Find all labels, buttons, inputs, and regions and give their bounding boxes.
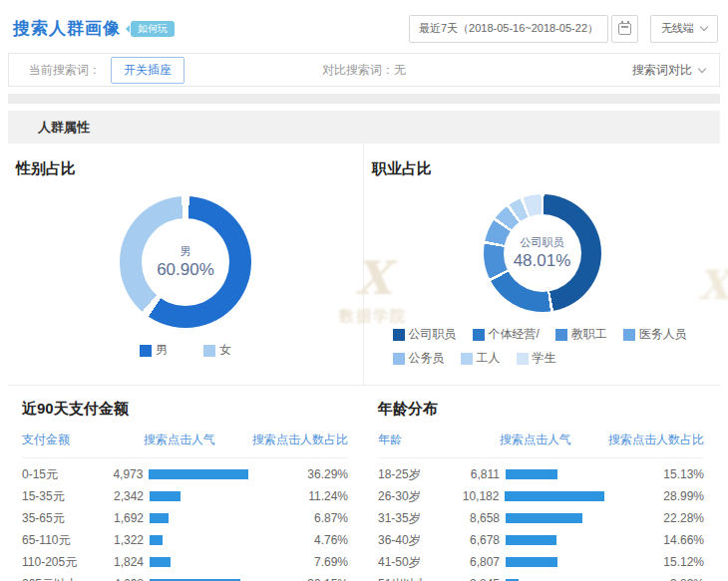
table-row: 36-40岁6,67814.66% — [378, 529, 704, 551]
row-popularity-value: 8,658 — [458, 511, 500, 525]
row-label: 110-205元 — [22, 554, 102, 571]
popularity-bar — [150, 557, 171, 567]
keyword-compare-dropdown[interactable]: 搜索词对比 — [632, 62, 719, 79]
legend-label: 公务员 — [409, 350, 445, 367]
column-header: 搜索点击人气 — [144, 432, 238, 448]
content-area: 性别占比 男 60.90% 男女 职业占比 公司职员 48.01% — [8, 144, 720, 581]
legend-label: 女 — [219, 342, 231, 359]
legend-label: 工人 — [477, 350, 501, 367]
bar-cell — [144, 491, 248, 501]
column-header: 搜索点击人数占比 — [594, 432, 704, 448]
popularity-bar — [150, 535, 163, 545]
row-label: 31-35岁 — [378, 510, 458, 527]
legend-swatch — [140, 345, 152, 357]
popularity-bar — [506, 469, 557, 479]
current-keyword-label: 当前搜索词： — [29, 62, 101, 79]
channel-label: 无线端 — [661, 21, 694, 36]
occupation-center-label: 公司职员 — [521, 235, 564, 250]
bar-cell — [500, 557, 604, 567]
row-percentage: 15.12% — [604, 555, 704, 569]
table-row: 205元以上4,69833.15% — [22, 573, 348, 581]
top-bar: 搜索人群画像 如何玩 最近7天（2018-05-16~2018-05-22） 无… — [0, 0, 728, 44]
legend-swatch — [203, 345, 215, 357]
row-popularity-value: 6,678 — [458, 533, 500, 547]
legend-item[interactable]: 女 — [203, 342, 231, 359]
legend-label: 教职工 — [571, 326, 607, 343]
legend-label: 男 — [156, 342, 168, 359]
popularity-bar — [506, 513, 582, 523]
popularity-bar — [506, 535, 556, 545]
legend-item[interactable]: 个体经营/ — [473, 326, 540, 343]
legend-item[interactable]: 医务人员 — [623, 326, 687, 343]
row-popularity-value: 4,698 — [102, 577, 144, 581]
legend-item[interactable]: 工人 — [461, 350, 501, 367]
popularity-bar — [506, 557, 557, 567]
row-percentage: 14.66% — [604, 533, 704, 547]
table-row: 110-205元1,8247.69% — [22, 551, 348, 573]
gender-chart-title: 性别占比 — [16, 159, 363, 178]
row-label: 41-50岁 — [378, 554, 458, 571]
popularity-bar — [150, 513, 169, 523]
legend-swatch — [517, 353, 529, 365]
legend-swatch — [623, 329, 635, 341]
gender-chart-panel: 性别占比 男 60.90% 男女 — [8, 144, 364, 385]
calendar-button[interactable] — [611, 15, 638, 43]
current-keyword-group: 当前搜索词： 开关插座 — [9, 57, 184, 84]
legend-item[interactable]: 男 — [140, 342, 168, 359]
row-percentage: 7.69% — [248, 555, 348, 569]
bar-cell — [144, 535, 248, 545]
row-percentage: 22.28% — [604, 511, 704, 525]
row-label: 26-30岁 — [378, 488, 458, 505]
popularity-bar — [149, 469, 248, 479]
search-audience-portrait-page: 搜索人群画像 如何玩 最近7天（2018-05-16~2018-05-22） 无… — [0, 0, 728, 581]
legend-swatch — [393, 353, 405, 365]
row-label: 0-15元 — [22, 466, 102, 483]
legend-label: 学生 — [533, 350, 556, 367]
legend-item[interactable]: 教职工 — [555, 326, 607, 343]
table-row: 26-30岁10,18228.99% — [378, 485, 704, 507]
row-popularity-value: 4,973 — [102, 467, 144, 481]
chevron-down-icon — [700, 23, 708, 31]
payment-table-title: 近90天支付金额 — [22, 400, 348, 419]
row-percentage: 28.99% — [604, 489, 704, 503]
legend-item[interactable]: 公务员 — [393, 350, 445, 367]
column-header: 支付金额 — [22, 432, 144, 448]
table-row: 0-15元4,97336.29% — [22, 463, 348, 485]
row-label: 18-25岁 — [378, 466, 458, 483]
bar-cell — [499, 491, 604, 501]
legend-item[interactable]: 公司职员 — [393, 326, 457, 343]
table-row: 18-25岁6,81115.13% — [378, 463, 704, 485]
gender-donut-chart: 男 60.90% — [120, 196, 251, 328]
current-keyword-button[interactable]: 开关插座 — [111, 57, 184, 84]
legend-label: 个体经营/ — [489, 326, 540, 343]
occupation-chart-panel: 职业占比 公司职员 48.01% 公司职员个体经营/教职工医务人员公务员工人学生 — [364, 144, 720, 385]
occupation-donut-center: 公司职员 48.01% — [504, 214, 581, 292]
page-title: 搜索人群画像 — [13, 17, 121, 40]
keyword-compare-label: 搜索词对比 — [632, 62, 692, 79]
age-table-header: 年龄搜索点击人气搜索点击人数占比 — [378, 432, 704, 458]
row-percentage: 15.13% — [604, 467, 704, 481]
compare-keyword-text: 对比搜索词：无 — [322, 62, 406, 79]
table-row: 41-50岁6,80715.12% — [378, 551, 704, 573]
legend-item[interactable]: 学生 — [517, 350, 556, 367]
occupation-chart-title: 职业占比 — [372, 159, 720, 178]
calendar-icon — [618, 23, 631, 35]
row-label: 65-110元 — [22, 532, 102, 549]
title-badge[interactable]: 如何玩 — [131, 21, 175, 37]
gender-center-label: 男 — [181, 244, 191, 259]
charts-row: 性别占比 男 60.90% 男女 职业占比 公司职员 48.01% — [8, 144, 720, 386]
bar-cell — [144, 557, 248, 567]
occupation-center-value: 48.01% — [514, 251, 571, 271]
column-header: 年龄 — [378, 432, 500, 448]
gender-donut-center: 男 60.90% — [142, 218, 229, 306]
table-row: 35-65元1,6926.87% — [22, 507, 348, 529]
legend-label: 公司职员 — [409, 326, 457, 343]
legend-swatch — [555, 329, 567, 341]
date-range-button[interactable]: 最近7天（2018-05-16~2018-05-22） — [409, 15, 608, 43]
payment-amount-table-panel: 近90天支付金额 支付金额搜索点击人气搜索点击人数占比 0-15元4,97336… — [8, 386, 364, 581]
channel-dropdown[interactable]: 无线端 — [650, 15, 718, 43]
separator-band — [8, 94, 720, 104]
row-popularity-value: 1,322 — [102, 533, 144, 547]
payment-table-header: 支付金额搜索点击人气搜索点击人数占比 — [22, 432, 348, 458]
gender-center-value: 60.90% — [157, 260, 214, 280]
